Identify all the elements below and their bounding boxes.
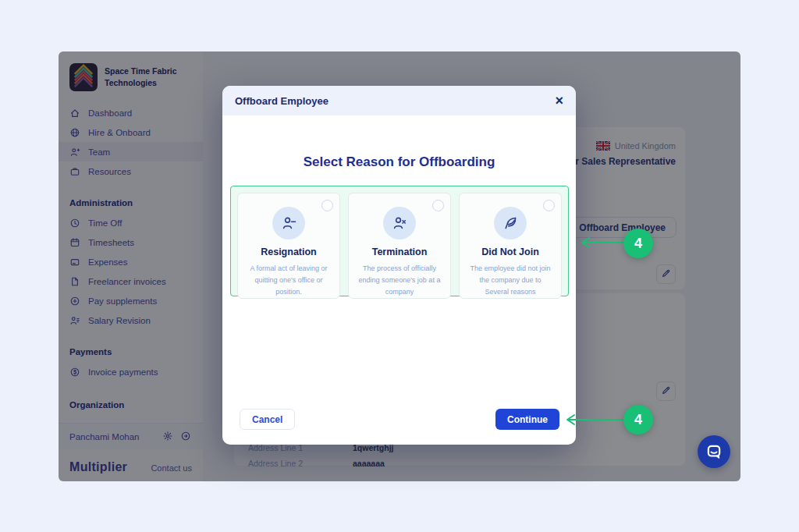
option-card-termination[interactable]: Termination The process of officially en… [348,193,451,299]
offboard-modal: Offboard Employee × Select Reason for Of… [222,86,576,445]
continue-button[interactable]: Continue [495,409,559,430]
option-label: Termination [372,246,428,257]
page-background: Space Time Fabric Technologies Dashboard… [0,0,799,532]
option-label: Did Not Join [481,246,539,257]
radio-button[interactable] [432,200,444,211]
chat-launcher-button[interactable] [698,435,730,468]
option-description: The employee did not join the company du… [460,263,561,298]
option-description: The process of officially ending someone… [349,263,450,298]
radio-button[interactable] [321,200,333,211]
modal-heading: Select Reason for Offboarding [222,154,576,170]
option-label: Resignation [261,246,317,257]
modal-title: Offboard Employee [235,95,328,107]
person-minus-icon [272,207,305,239]
feather-icon [494,207,527,239]
offboard-reason-options: Resignation A formal act of leaving or q… [230,186,569,296]
annotation-arrow-icon [579,236,626,249]
cancel-button[interactable]: Cancel [240,409,295,430]
step-badge: 4 [623,405,653,434]
radio-button[interactable] [543,200,555,211]
option-description: A formal act of leaving or quitting one'… [238,263,339,298]
modal-header: Offboard Employee × [222,86,576,115]
chat-bubble-icon [705,443,723,460]
annotation-arrow-icon [564,413,626,426]
option-card-did-not-join[interactable]: Did Not Join The employee did not join t… [459,193,562,299]
option-card-resignation[interactable]: Resignation A formal act of leaving or q… [237,193,340,299]
close-icon[interactable]: × [555,94,563,108]
step-badge: 4 [623,229,653,258]
person-x-icon [383,207,416,239]
